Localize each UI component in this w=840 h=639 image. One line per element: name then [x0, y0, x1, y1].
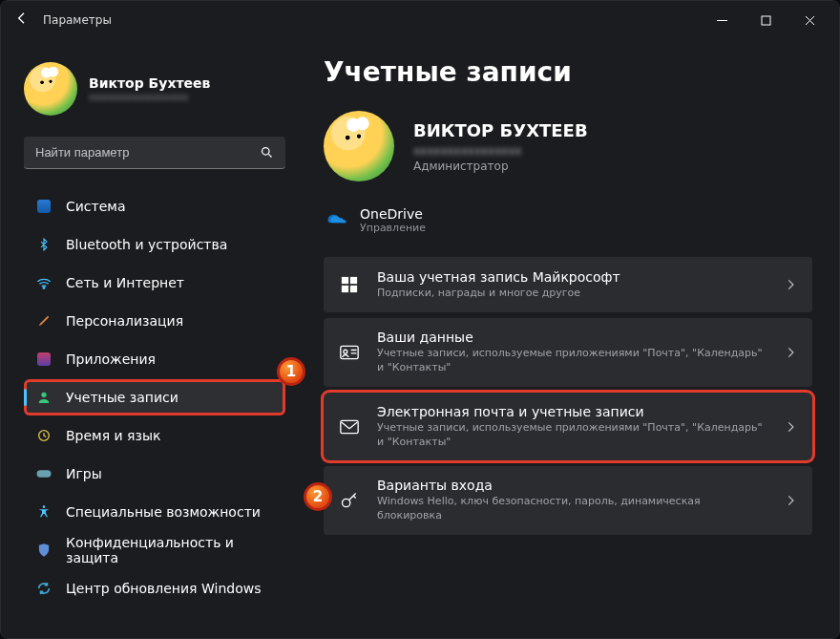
card-email-accounts[interactable]: Электронная почта и учетные записи Учетн… [324, 393, 812, 461]
card-sub: Учетные записи, используемые приложениям… [377, 347, 766, 375]
apps-icon [35, 351, 52, 368]
onedrive-row[interactable]: OneDrive Управление [324, 202, 812, 242]
nav-label: Сеть и Интернет [66, 275, 184, 290]
page-title: Учетные записи [324, 56, 812, 88]
nav-label: Время и язык [66, 428, 160, 443]
back-button[interactable] [14, 11, 30, 30]
mail-icon [339, 416, 360, 437]
sidebar-item-time[interactable]: Время и язык [24, 417, 285, 454]
svg-rect-7 [342, 277, 348, 284]
search-box[interactable] [24, 137, 285, 169]
sidebar-item-accessibility[interactable]: Специальные возможности [24, 494, 285, 530]
account-role: Администратор [413, 160, 588, 173]
svg-rect-5 [37, 470, 52, 478]
sidebar-item-update[interactable]: Центр обновления Windows [24, 570, 285, 607]
id-icon [339, 342, 360, 363]
svg-point-3 [41, 393, 46, 397]
nav-label: Игры [66, 466, 102, 481]
profile-block[interactable]: Виктор Бухтеев xxxxxxxxxxxxxxxx [24, 62, 285, 116]
nav-label: Специальные возможности [66, 504, 261, 520]
search-icon [260, 145, 274, 160]
window-controls [700, 5, 831, 35]
chevron-right-icon [784, 420, 797, 434]
display-icon [35, 198, 52, 215]
card-your-data[interactable]: Ваши данные Учетные записи, используемые… [324, 318, 812, 387]
chevron-right-icon [784, 278, 797, 291]
account-email: xxxxxxxxxxxxxxxx [413, 144, 588, 158]
person-icon [35, 389, 52, 406]
svg-rect-13 [341, 420, 358, 433]
card-title: Электронная почта и учетные записи [377, 404, 766, 419]
sidebar-item-system[interactable]: Система [24, 188, 285, 224]
avatar-icon [24, 62, 77, 116]
svg-rect-0 [762, 16, 770, 25]
nav-label: Учетные записи [66, 390, 178, 405]
accessibility-icon [35, 503, 52, 521]
card-sub: Windows Hello, ключ безопасности, пароль… [377, 495, 766, 523]
grid-icon [339, 274, 360, 295]
brush-icon [35, 312, 52, 330]
card-sub: Учетные записи, используемые приложениям… [377, 421, 766, 450]
minimize-button[interactable] [700, 5, 744, 35]
svg-point-1 [262, 148, 270, 156]
sidebar-item-privacy[interactable]: Конфиденциальность и защита [24, 532, 285, 568]
main-panel: Учетные записи ВИКТОР БУХТЕЕВ xxxxxxxxxx… [297, 39, 839, 638]
gamepad-icon [35, 465, 52, 482]
update-icon [35, 580, 52, 597]
chevron-right-icon [784, 346, 797, 359]
step-badge-1: 1 [277, 357, 305, 386]
nav-label: Система [66, 199, 125, 214]
svg-point-6 [43, 505, 46, 508]
card-title: Ваши данные [377, 330, 766, 345]
card-title: Ваша учетная запись Майкрософт [377, 269, 766, 285]
card-ms-account[interactable]: Ваша учетная запись Майкрософт Подписки,… [324, 257, 812, 312]
search-input[interactable] [35, 145, 260, 160]
sidebar-item-network[interactable]: Сеть и Интернет [24, 265, 285, 301]
bluetooth-icon [35, 236, 52, 253]
avatar-icon [324, 111, 394, 181]
onedrive-icon [327, 211, 346, 230]
settings-window: Параметры Виктор Бухтеев xxxxxxxxxxxxxxx… [0, 0, 840, 639]
nav-label: Конфиденциальность и защита [66, 535, 274, 565]
nav-label: Персонализация [66, 313, 183, 329]
svg-rect-10 [350, 286, 357, 292]
nav-label: Приложения [66, 351, 156, 367]
maximize-button[interactable] [744, 5, 788, 35]
card-signin-options[interactable]: Варианты входа Windows Hello, ключ безоп… [324, 466, 812, 535]
sidebar: Виктор Бухтеев xxxxxxxxxxxxxxxx Система … [1, 39, 297, 638]
svg-point-12 [344, 350, 347, 353]
key-icon [339, 490, 360, 511]
step-badge-2: 2 [304, 482, 332, 511]
nav-label: Центр обновления Windows [66, 581, 261, 596]
chevron-right-icon [784, 494, 797, 507]
content: Виктор Бухтеев xxxxxxxxxxxxxxxx Система … [1, 39, 839, 638]
svg-point-14 [343, 500, 350, 507]
nav-label: Bluetooth и устройства [66, 237, 227, 252]
svg-point-2 [43, 287, 45, 288]
account-hero: ВИКТОР БУХТЕЕВ xxxxxxxxxxxxxxxx Админист… [324, 111, 812, 181]
onedrive-label: OneDrive [360, 206, 426, 222]
sidebar-item-apps[interactable]: Приложения [24, 341, 285, 377]
sidebar-item-accounts[interactable]: Учетные записи [24, 379, 285, 415]
sidebar-item-games[interactable]: Игры [24, 456, 285, 492]
shield-icon [35, 542, 52, 559]
profile-email: xxxxxxxxxxxxxxxx [89, 91, 210, 103]
onedrive-sub: Управление [360, 222, 426, 234]
nav: Система Bluetooth и устройства Сеть и Ин… [24, 188, 285, 607]
sidebar-item-bluetooth[interactable]: Bluetooth и устройства [24, 226, 285, 263]
window-title: Параметры [43, 13, 112, 27]
wifi-icon [35, 274, 52, 291]
close-button[interactable] [788, 5, 831, 35]
svg-rect-9 [342, 286, 348, 292]
account-name: ВИКТОР БУХТЕЕВ [413, 120, 588, 140]
sidebar-item-personalize[interactable]: Персонализация [24, 303, 285, 339]
svg-rect-8 [350, 277, 357, 284]
settings-cards: Ваша учетная запись Майкрософт Подписки,… [324, 257, 812, 535]
titlebar: Параметры [1, 1, 839, 39]
clock-icon [35, 427, 52, 444]
card-title: Варианты входа [377, 478, 766, 493]
profile-name: Виктор Бухтеев [89, 75, 210, 91]
card-sub: Подписки, награды и многое другое [377, 287, 766, 301]
